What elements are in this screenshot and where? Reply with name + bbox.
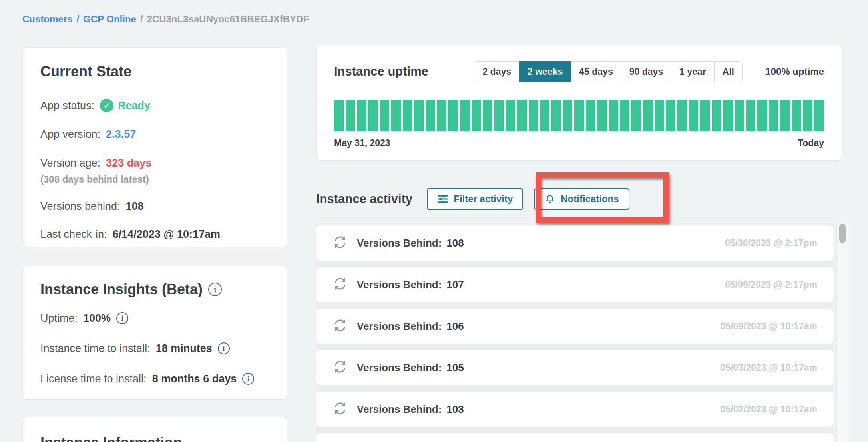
uptime-bar <box>426 100 435 131</box>
instance-time-value: 18 minutes <box>156 341 212 356</box>
uptime-bar <box>609 100 618 131</box>
uptime-bar <box>540 100 549 131</box>
activity-row: Versions Behind: 108 05/30/2023 @ 2:17pm <box>316 225 833 261</box>
status-check-icon: ✓ <box>100 99 113 112</box>
instance-activity-header: Instance activity Filter activity Notifi… <box>316 187 842 211</box>
sync-icon <box>332 400 348 418</box>
range-45-days[interactable]: 45 days <box>571 61 621 82</box>
uptime-bar <box>689 100 698 131</box>
activity-scrollbar-thumb[interactable] <box>839 224 846 243</box>
sync-icon <box>332 359 348 376</box>
notifications-button[interactable]: Notifications <box>534 188 629 210</box>
version-age-value: 323 days <box>106 156 151 170</box>
uptime-bar <box>814 100 824 131</box>
uptime-value: 100% <box>83 311 111 325</box>
uptime-bar <box>391 100 401 131</box>
uptime-bar <box>483 100 492 131</box>
uptime-bar <box>735 100 744 131</box>
uptime-bar <box>448 100 458 131</box>
uptime-bar-chart <box>334 100 824 131</box>
breadcrumb-link-customers[interactable]: Customers <box>22 14 72 24</box>
last-checkin-value: 6/14/2023 @ 10:17am <box>113 227 221 241</box>
uptime-bar <box>746 100 756 131</box>
uptime-bar <box>803 100 813 131</box>
instance-activity-list: Versions Behind: 108 05/30/2023 @ 2:17pm… <box>316 223 833 442</box>
current-state-title: Current State <box>40 63 269 80</box>
breadcrumb: Customers/GCP Online/2CU3nL3saUNyoc61BBE… <box>22 14 309 25</box>
uptime-bar <box>563 100 573 131</box>
activity-row: Versions Behind: 107 05/09/2023 @ 2:17pm <box>316 267 833 302</box>
range-1-year[interactable]: 1 year <box>671 61 715 82</box>
uptime-bar <box>712 100 721 131</box>
filter-activity-label: Filter activity <box>454 193 513 205</box>
uptime-bar <box>620 100 630 131</box>
instance-information-card: Instance Information <box>22 417 287 442</box>
activity-row-label: Versions Behind: <box>357 362 442 374</box>
instance-uptime-card: Instance uptime 2 days 2 weeks 45 days 9… <box>316 45 842 161</box>
uptime-bar <box>334 100 344 131</box>
info-icon[interactable]: i <box>218 342 230 354</box>
uptime-line: Uptime: 100% i <box>40 311 269 325</box>
uptime-bar <box>346 100 355 131</box>
version-age-label: Version age: <box>40 156 100 170</box>
uptime-bar <box>403 100 412 131</box>
range-all[interactable]: All <box>714 61 743 82</box>
uptime-bar <box>631 100 641 131</box>
activity-row-timestamp: 05/09/2023 @ 2:17pm <box>725 279 817 290</box>
instance-insights-title: Instance Insights (Beta) <box>40 281 203 298</box>
uptime-bar <box>414 100 424 131</box>
uptime-bar <box>494 100 504 131</box>
uptime-bar <box>700 100 710 131</box>
uptime-bar <box>792 100 801 131</box>
activity-row-timestamp: 05/09/2023 @ 10:17am <box>721 321 817 332</box>
uptime-bar <box>380 100 390 131</box>
activity-row: Versions Behind: 105 05/03/2023 @ 10:17a… <box>316 350 833 385</box>
instance-uptime-title: Instance uptime <box>334 64 428 79</box>
info-icon[interactable]: i <box>208 283 222 296</box>
uptime-bar <box>506 100 515 131</box>
current-state-card: Current State App status: ✓ Ready App ve… <box>22 47 287 247</box>
range-2-weeks[interactable]: 2 weeks <box>519 61 571 82</box>
instance-information-title: Instance Information <box>40 434 269 442</box>
app-version-line: App version: 2.3.57 <box>40 127 269 141</box>
instance-insights-card: Instance Insights (Beta) i Uptime: 100% … <box>22 266 287 400</box>
activity-row-label: Versions Behind: <box>357 279 442 291</box>
activity-row-timestamp: 05/30/2023 @ 2:17pm <box>725 238 817 249</box>
info-icon[interactable]: i <box>242 373 254 385</box>
filter-activity-button[interactable]: Filter activity <box>427 188 523 210</box>
uptime-bar <box>574 100 584 131</box>
uptime-bar <box>780 100 790 131</box>
activity-row-value: 107 <box>446 279 464 291</box>
sync-icon <box>332 234 348 252</box>
uptime-bar <box>551 100 561 131</box>
version-age-line: Version age: 323 days <box>40 156 269 170</box>
app-version-label: App version: <box>40 127 100 141</box>
breadcrumb-instance-id: 2CU3nL3saUNyoc61BBEGJXfBYDF <box>147 14 309 24</box>
app-version-value[interactable]: 2.3.57 <box>106 127 136 141</box>
uptime-label: Uptime: <box>40 311 78 325</box>
range-2-days[interactable]: 2 days <box>474 61 520 82</box>
instance-time-label: Instance time to install: <box>40 341 150 356</box>
last-checkin-line: Last check-in: 6/14/2023 @ 10:17am <box>40 227 269 241</box>
activity-row-value: 108 <box>446 237 464 249</box>
range-90-days[interactable]: 90 days <box>621 61 671 82</box>
uptime-bar <box>655 100 664 131</box>
uptime-bar <box>643 100 653 131</box>
filter-sliders-icon <box>437 193 448 205</box>
instance-activity-title: Instance activity <box>316 192 412 206</box>
uptime-range-selector: 2 days 2 weeks 45 days 90 days 1 year Al… <box>474 61 743 82</box>
activity-row: Versions Behind: 106 05/09/2023 @ 10:17a… <box>316 309 833 344</box>
uptime-bar <box>368 100 378 131</box>
activity-scrollbar-track[interactable] <box>836 223 848 442</box>
activity-row-value: 106 <box>446 320 464 332</box>
activity-row-timestamp: 05/02/2023 @ 10:17am <box>721 404 817 415</box>
activity-row-label: Versions Behind: <box>357 237 442 249</box>
license-time-line: License time to install: 8 months 6 days… <box>40 372 269 386</box>
info-icon[interactable]: i <box>116 312 128 324</box>
uptime-bar <box>517 100 527 131</box>
uptime-bar <box>757 100 767 131</box>
uptime-bar <box>666 100 675 131</box>
breadcrumb-link-customer[interactable]: GCP Online <box>83 14 136 24</box>
uptime-start-label: May 31, 2023 <box>334 138 390 149</box>
sync-icon <box>332 276 348 293</box>
